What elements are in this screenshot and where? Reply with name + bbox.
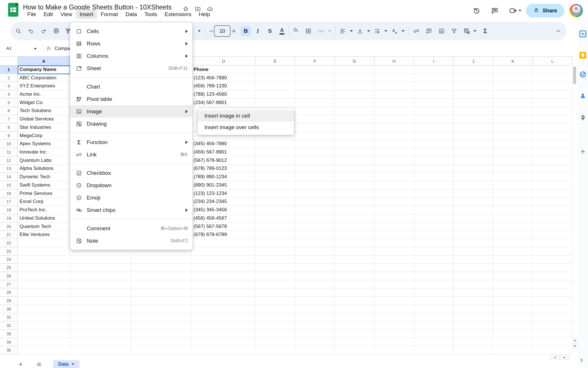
row-header-32[interactable]: 32	[0, 321, 18, 330]
cell-G32[interactable]	[335, 321, 374, 330]
scroll-left-button[interactable]: ◄	[550, 355, 560, 360]
cell-D32[interactable]	[192, 321, 256, 330]
row-header-5[interactable]: 5	[0, 99, 18, 107]
cell-I25[interactable]	[414, 264, 454, 272]
cell-I29[interactable]	[414, 297, 454, 305]
cell-C31[interactable]	[131, 313, 192, 322]
toolbar-undo-button[interactable]	[28, 28, 34, 34]
menu-item-emoji[interactable]: Emoji	[70, 191, 192, 204]
toolbar-plus-button[interactable]	[231, 28, 237, 34]
cell-K26[interactable]	[493, 272, 533, 280]
cell-D21[interactable]: (678) 678-6789	[192, 231, 256, 239]
column-header-E[interactable]: E	[256, 56, 295, 66]
cell-D18[interactable]: (345) 345-3456	[192, 206, 256, 214]
cell-L28[interactable]	[533, 288, 572, 297]
menubar-item-view[interactable]: View	[57, 10, 76, 19]
cell-H7[interactable]	[374, 115, 414, 123]
toolbar-create-filter-button[interactable]	[451, 28, 457, 34]
cell-I19[interactable]	[414, 214, 454, 223]
cell-L32[interactable]	[533, 321, 572, 330]
cell-E10[interactable]	[256, 140, 295, 148]
cell-C32[interactable]	[131, 321, 192, 330]
cell-H25[interactable]	[374, 264, 414, 272]
comments-icon[interactable]	[490, 6, 499, 15]
cell-B26[interactable]	[70, 272, 131, 280]
cell-G8[interactable]	[335, 123, 374, 132]
cell-F34[interactable]	[295, 338, 335, 346]
cell-C33[interactable]	[131, 330, 192, 338]
cell-H11[interactable]	[374, 148, 414, 156]
cell-H14[interactable]	[374, 173, 414, 181]
cell-B28[interactable]	[70, 288, 131, 297]
cell-I3[interactable]	[414, 82, 454, 90]
row-header-30[interactable]: 30	[0, 305, 18, 313]
share-button[interactable]: Share	[526, 4, 564, 18]
cell-E4[interactable]	[256, 90, 295, 99]
cell-A24[interactable]	[18, 256, 70, 264]
cell-F24[interactable]	[295, 256, 335, 264]
cell-A17[interactable]: Excel Corp	[18, 198, 70, 206]
toolbar-search-button[interactable]	[15, 28, 22, 34]
cell-J25[interactable]	[454, 264, 493, 272]
cell-D4[interactable]: (789) 123-4560	[192, 90, 256, 99]
cell-G11[interactable]	[335, 148, 374, 156]
row-header-14[interactable]: 14	[0, 173, 18, 181]
row-header-31[interactable]: 31	[0, 313, 18, 322]
cell-H24[interactable]	[374, 256, 414, 264]
grid-corner[interactable]	[0, 56, 18, 66]
cell-L16[interactable]	[533, 189, 572, 198]
cell-G22[interactable]	[335, 239, 374, 247]
sheet-tab-data[interactable]: Data	[53, 360, 80, 368]
cell-H17[interactable]	[374, 198, 414, 206]
cell-J5[interactable]	[454, 99, 493, 107]
cell-D16[interactable]: (123) 123-1234	[192, 189, 256, 198]
cell-G13[interactable]	[335, 165, 374, 173]
cell-D20[interactable]: (567) 567-5678	[192, 223, 256, 231]
cell-H32[interactable]	[374, 321, 414, 330]
menubar-item-data[interactable]: Data	[122, 10, 141, 19]
cell-J6[interactable]	[454, 107, 493, 115]
cell-F20[interactable]	[295, 223, 335, 231]
cell-G9[interactable]	[335, 132, 374, 140]
toolbar-caret-icon[interactable]	[402, 30, 405, 32]
cell-E11[interactable]	[256, 148, 295, 156]
formula-input[interactable]: Compa	[55, 46, 70, 51]
cell-F32[interactable]	[295, 321, 335, 330]
cell-J11[interactable]	[454, 148, 493, 156]
toolbar-minus-button[interactable]	[208, 28, 214, 34]
cell-H35[interactable]	[374, 346, 414, 354]
cell-L22[interactable]	[533, 239, 572, 247]
row-header-23[interactable]: 23	[0, 247, 18, 256]
cell-A2[interactable]: ABC Corporation	[18, 74, 70, 82]
cell-K24[interactable]	[493, 256, 533, 264]
caret-down-icon[interactable]	[519, 10, 521, 12]
cell-I21[interactable]	[414, 231, 454, 239]
cell-C30[interactable]	[131, 305, 192, 313]
cell-F18[interactable]	[295, 206, 335, 214]
cell-D34[interactable]	[192, 338, 256, 346]
cell-J22[interactable]	[454, 239, 493, 247]
cell-D23[interactable]	[192, 247, 256, 256]
cell-B25[interactable]	[70, 264, 131, 272]
cell-D19[interactable]: (456) 456-4567	[192, 214, 256, 223]
cell-J29[interactable]	[454, 297, 493, 305]
cell-H20[interactable]	[374, 223, 414, 231]
cell-F22[interactable]	[295, 239, 335, 247]
menu-item-comment[interactable]: Comment⌘+Option+M	[70, 222, 192, 235]
row-header-29[interactable]: 29	[0, 297, 18, 305]
row-header-16[interactable]: 16	[0, 189, 18, 198]
cell-B31[interactable]	[70, 313, 131, 322]
cell-L35[interactable]	[533, 346, 572, 354]
cell-I26[interactable]	[414, 272, 454, 280]
cell-F35[interactable]	[295, 346, 335, 354]
row-header-12[interactable]: 12	[0, 156, 18, 165]
cell-F2[interactable]	[295, 74, 335, 82]
cell-F27[interactable]	[295, 280, 335, 289]
menubar-item-edit[interactable]: Edit	[40, 10, 57, 19]
cell-H10[interactable]	[374, 140, 414, 148]
font-size-value[interactable]: 10	[214, 25, 231, 37]
column-header-F[interactable]: F	[295, 56, 335, 66]
row-header-21[interactable]: 21	[0, 231, 18, 239]
cell-G30[interactable]	[335, 305, 374, 313]
maps-icon[interactable]	[579, 114, 587, 122]
